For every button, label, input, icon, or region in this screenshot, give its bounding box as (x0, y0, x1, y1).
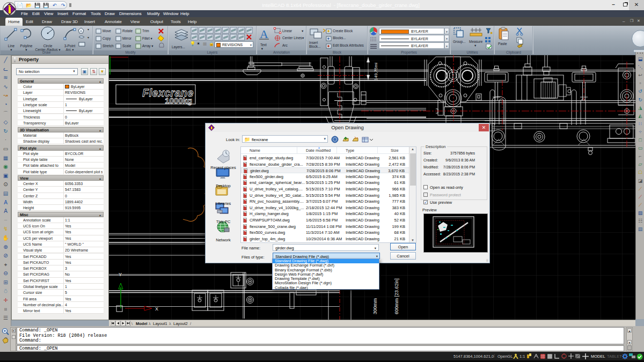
svg-text:1000kg: 1000kg (165, 96, 192, 105)
svg-text:300mm: 300mm (372, 298, 378, 314)
svg-text:▾: ▾ (87, 36, 89, 39)
svg-text:X: X (155, 306, 158, 312)
svg-text:600mm [23.62in]: 600mm [23.62in] (394, 278, 399, 314)
svg-text:Y: Y (119, 272, 122, 277)
svg-text:A: A (260, 27, 268, 41)
svg-text:▾: ▾ (87, 28, 89, 31)
svg-text:149,75mi: 149,75mi (374, 63, 378, 80)
